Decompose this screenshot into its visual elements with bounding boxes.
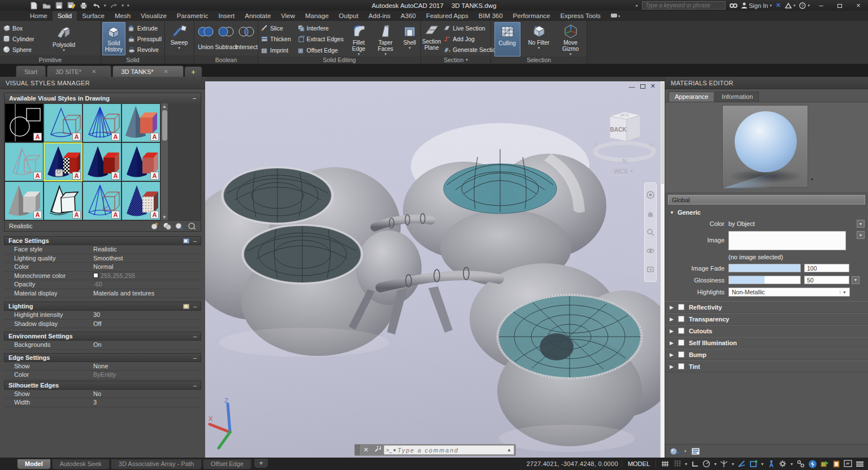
cylinder-button[interactable]: Cylinder xyxy=(1,34,45,44)
interfere-button[interactable]: Interfere xyxy=(296,23,345,33)
property-row[interactable]: Material displayMaterials and textures xyxy=(4,289,201,298)
command-input[interactable] xyxy=(398,447,507,454)
import-icon[interactable] xyxy=(818,459,830,469)
ribbon-tab-visualize[interactable]: Visualize xyxy=(136,11,172,21)
thicken-button[interactable]: Thicken xyxy=(259,34,295,44)
panel-label-solid-editing[interactable]: Solid Editing xyxy=(258,56,420,64)
collapse-icon[interactable]: – xyxy=(193,333,197,340)
clean-screen-icon[interactable] xyxy=(842,459,854,469)
section-reflectivity[interactable]: ▶Reflectivity xyxy=(665,301,868,313)
styles-scrollbar[interactable]: ▲ ▼ xyxy=(160,103,168,220)
lighting-header[interactable]: Lighting – xyxy=(4,302,201,311)
command-line[interactable]: ∷ ✕ >_ ▾ ▲ xyxy=(354,444,516,456)
style-thumbnail-xray[interactable]: A xyxy=(121,181,160,220)
style-thumbnail-realistic-selected[interactable]: A xyxy=(44,142,83,181)
shell-button[interactable]: Shell▾ xyxy=(400,22,419,56)
osnap-tracking-icon[interactable] xyxy=(736,459,748,469)
panel-label-section[interactable]: Section▾ xyxy=(421,55,491,64)
new-layout-button[interactable]: + xyxy=(254,459,268,468)
ribbon-tab-express-tools[interactable]: Express Tools xyxy=(555,11,605,21)
doc-minimize-icon[interactable]: — xyxy=(629,83,635,90)
file-tab-3d-tanks[interactable]: 3D TANKS*✕ xyxy=(112,66,183,77)
ribbon-tab-home[interactable]: Home xyxy=(25,11,53,21)
drawing-viewport[interactable]: — ✕ TOP BACK N E W WCS▾ Z X ∷ ✕ xyxy=(205,77,665,458)
panel-label-solid[interactable]: Solid xyxy=(101,55,164,64)
create-material-caret-icon[interactable]: ▾ xyxy=(684,449,687,454)
style-options-icon[interactable] xyxy=(188,222,196,230)
tint-checkbox[interactable] xyxy=(678,363,684,369)
intersect-button[interactable]: Intersect xyxy=(236,22,257,55)
layout-tab-autodesk-seek[interactable]: Autodesk Seek xyxy=(52,459,110,469)
ribbon-tab-solid[interactable]: Solid xyxy=(53,11,77,21)
ribbon-tab-addins[interactable]: Add-ins xyxy=(363,11,396,21)
environment-settings-header[interactable]: Environment Settings – xyxy=(4,332,201,341)
panel-label-primitive[interactable]: Primitive xyxy=(0,55,101,64)
file-tab-3d-site[interactable]: 3D SITE*✕ xyxy=(47,66,111,77)
collapse-icon[interactable]: – xyxy=(193,354,197,361)
new-tab-button[interactable]: + xyxy=(185,67,202,77)
ribbon-display-toggle-icon[interactable]: ▾ xyxy=(606,11,625,21)
sign-in-button[interactable]: Sign In ▾ xyxy=(741,2,772,9)
help-icon[interactable]: ?▾ xyxy=(799,2,810,9)
workspace-gear-icon[interactable] xyxy=(777,459,789,469)
polar-tracking-icon[interactable] xyxy=(701,459,713,469)
glossiness-dropdown-icon[interactable]: ▼ xyxy=(852,276,860,284)
move-gizmo-button[interactable]: Move Gizmo▾ xyxy=(558,22,584,56)
a360-icon[interactable]: ▾ xyxy=(785,3,796,8)
style-thumbnail-hidden[interactable]: A xyxy=(83,103,121,142)
transparency-checkbox[interactable] xyxy=(678,316,684,322)
style-thumbnail-2d-wireframe[interactable]: A xyxy=(5,103,44,142)
zoom-icon[interactable] xyxy=(646,228,654,236)
no-filter-button[interactable]: No Filter▾ xyxy=(526,22,553,56)
ucs-icon[interactable]: Z X xyxy=(207,396,247,454)
polysolid-button[interactable]: Polysolid▾ xyxy=(46,22,81,55)
save-icon[interactable] xyxy=(54,2,63,9)
minimize-button[interactable]: – xyxy=(814,2,828,10)
property-row[interactable]: BackgroundsOn xyxy=(4,341,201,350)
ribbon-tab-featured-apps[interactable]: Featured Apps xyxy=(421,11,474,21)
create-style-icon[interactable] xyxy=(150,222,159,230)
scroll-down-icon[interactable]: ▼ xyxy=(162,215,167,220)
ribbon-tab-mesh[interactable]: Mesh xyxy=(110,11,136,21)
extrude-button[interactable]: Extrude xyxy=(127,23,163,33)
qat-customize-caret-icon[interactable]: ▾ xyxy=(127,3,129,8)
image-fade-value[interactable]: 100 xyxy=(804,264,849,272)
command-close-icon[interactable]: ✕ xyxy=(361,446,371,454)
cutouts-checkbox[interactable] xyxy=(678,328,684,334)
slice-button[interactable]: Slice xyxy=(259,23,295,33)
ribbon-tab-manage[interactable]: Manage xyxy=(300,11,334,21)
graphics-performance-icon[interactable] xyxy=(806,459,818,469)
annotation-visibility-icon[interactable] xyxy=(765,459,777,469)
annotation-monitor-icon[interactable] xyxy=(795,459,806,469)
style-thumbnail-shades-of-gray[interactable]: A xyxy=(5,181,44,220)
scroll-thumb[interactable] xyxy=(162,110,167,141)
style-thumbnail-sketchy[interactable]: A xyxy=(44,181,83,220)
close-button[interactable]: × xyxy=(851,2,866,10)
self-illumination-checkbox[interactable] xyxy=(678,340,684,346)
edge-settings-header[interactable]: Edge Settings – xyxy=(4,353,201,362)
command-line-grip[interactable]: ∷ xyxy=(355,445,361,455)
snap-settings-caret-icon[interactable]: ▼ xyxy=(683,462,689,466)
sweep-button[interactable]: Sweep▾ xyxy=(166,22,192,55)
property-row[interactable]: ShowNone xyxy=(4,362,201,371)
save-as-icon[interactable] xyxy=(67,2,76,9)
wcs-dropdown[interactable]: WCS▾ xyxy=(609,166,638,176)
generic-section-header[interactable]: ▼ Generic xyxy=(665,204,868,218)
ribbon-tab-surface[interactable]: Surface xyxy=(77,11,110,21)
property-row[interactable]: ColorNormal xyxy=(4,263,201,272)
tab-information[interactable]: Information xyxy=(715,92,759,102)
showmotion-icon[interactable] xyxy=(646,266,654,273)
property-row[interactable]: Shadow displayOff xyxy=(4,320,201,329)
color-value[interactable]: by Object xyxy=(728,220,754,227)
layout-tab-3d-array[interactable]: 3D Associative Array - Path xyxy=(111,459,202,469)
section-bump[interactable]: ▶Bump xyxy=(665,349,868,360)
image-fade-slider[interactable] xyxy=(728,264,801,272)
customization-menu-icon[interactable] xyxy=(854,459,866,469)
style-thumbnail-shaded-edges[interactable]: A xyxy=(121,142,160,181)
section-transparency[interactable]: ▶Transparency xyxy=(665,313,868,325)
model-space-toggle[interactable]: MODEL xyxy=(622,460,656,467)
silhouette-edges-header[interactable]: Silhouette Edges – xyxy=(4,381,201,390)
color-dropdown-icon[interactable]: ▼ xyxy=(857,220,865,228)
glossiness-value[interactable]: 50 xyxy=(804,276,849,284)
bump-checkbox[interactable] xyxy=(678,351,684,358)
